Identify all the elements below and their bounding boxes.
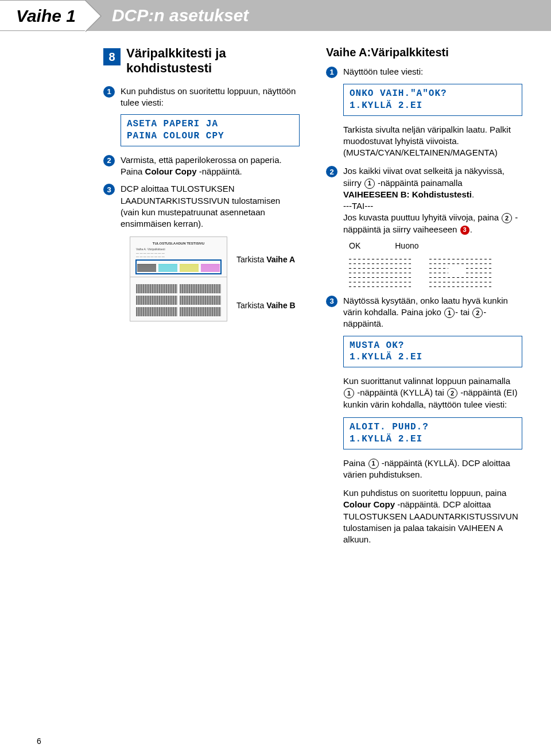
page-header: Vaihe 1 DCP:n asetukset bbox=[0, 0, 551, 31]
sheet-highlight-a bbox=[136, 260, 221, 274]
gray-block bbox=[136, 296, 177, 305]
lcd-display-r3: ALOIT. PUHD.? 1.KYLLÄ 2.EI bbox=[343, 417, 522, 449]
circle-1-icon: 1 bbox=[103, 86, 115, 98]
gray-block bbox=[136, 284, 177, 293]
text: Paina bbox=[121, 166, 145, 176]
step-3-ref-icon: 3 bbox=[460, 226, 469, 235]
circle-3-icon: 3 bbox=[103, 184, 115, 195]
sheet-title: TULOSTUSLAADUN TESTISIVU bbox=[136, 242, 221, 245]
ok-huono-labels: OK Huono bbox=[349, 241, 522, 250]
text: -näppäintä painamalla bbox=[375, 178, 463, 188]
page-title: DCP:n asetukset bbox=[86, 0, 551, 31]
lcd-display-r2: MUSTA OK? 1.KYLLÄ 2.EI bbox=[343, 336, 522, 368]
text: Tarkista bbox=[236, 255, 266, 264]
left-step-2-text: Varmista, että paperilokerossa on paperi… bbox=[121, 154, 300, 178]
gray-block bbox=[180, 296, 221, 305]
stripe-magenta bbox=[201, 263, 220, 272]
right-para-4: Kun puhdistus on suoritettu loppuun, pai… bbox=[343, 487, 522, 545]
text: Jos kuvasta puuttuu lyhyitä viivoja, pai… bbox=[343, 212, 501, 222]
gray-block bbox=[136, 307, 177, 316]
left-step-1: 1 Kun puhdistus on suoritettu loppuun, n… bbox=[103, 86, 300, 109]
key-colour-copy: Colour Copy bbox=[145, 166, 197, 176]
page-number: 6 bbox=[37, 736, 41, 746]
check-b-label: Vaihe B bbox=[266, 301, 296, 310]
test-sheet-top: TULOSTUSLAADUN TESTISIVU Vaihe A: Väripa… bbox=[130, 237, 227, 279]
key-1-icon: 1 bbox=[344, 388, 354, 398]
left-step-3: 3 DCP aloittaa TULOSTUKSEN LAADUNTARKIST… bbox=[103, 183, 300, 230]
section-8-head: 8 Väripalkkitesti ja kohdistustesti bbox=[103, 46, 300, 76]
circle-2-icon: 2 bbox=[326, 166, 337, 177]
stripe-yellow bbox=[180, 263, 199, 272]
key-colour-copy: Colour Copy bbox=[343, 499, 395, 509]
left-column: 8 Väripalkkitesti ja kohdistustesti 1 Ku… bbox=[103, 46, 300, 552]
stripe-black bbox=[137, 263, 156, 272]
circle-1-icon: 1 bbox=[326, 67, 337, 78]
check-a-row: Tarkista Vaihe A bbox=[233, 255, 300, 264]
text: -näppäintä. bbox=[197, 166, 242, 176]
circle-3-icon: 3 bbox=[326, 296, 337, 307]
right-step-2: 2 Jos kaikki viivat ovat selkeitä ja näk… bbox=[326, 165, 522, 235]
test-sheet-diagram: TULOSTUSLAADUN TESTISIVU Vaihe A: Väripa… bbox=[130, 237, 300, 310]
text: Varmista, että paperilokerossa on paperi… bbox=[121, 155, 282, 165]
huono-label: Huono bbox=[395, 241, 418, 250]
text: -näppäintä (KYLLÄ). DCP aloittaa värien … bbox=[343, 458, 510, 479]
test-sheet-bottom bbox=[130, 277, 227, 321]
left-step-2: 2 Varmista, että paperilokerossa on pape… bbox=[103, 154, 300, 178]
gray-block bbox=[180, 307, 221, 316]
right-step-1-text: Näyttöön tulee viesti: bbox=[343, 66, 522, 78]
right-para-2: Kun suorittanut valinnat loppuun painama… bbox=[343, 375, 522, 410]
right-column: Vaihe A:Väripalkkitesti 1 Näyttöön tulee… bbox=[326, 46, 522, 552]
page: Vaihe 1 DCP:n asetukset 8 Väripalkkitest… bbox=[0, 0, 551, 756]
sample-ok bbox=[349, 257, 412, 287]
key-1-icon: 1 bbox=[368, 459, 379, 469]
tai-separator: ---TAI--- bbox=[343, 201, 373, 211]
sample-bad bbox=[429, 257, 492, 287]
vaihe-a-title: Vaihe A:Väripalkkitesti bbox=[326, 46, 522, 59]
section-number-8: 8 bbox=[103, 48, 121, 65]
right-step-2-text: Jos kaikki viivat ovat selkeitä ja näkyv… bbox=[343, 165, 522, 235]
vaiheeseen-b: VAIHEESEEN B: Kohdistustesti bbox=[343, 189, 472, 199]
lcd-display-r1: ONKO VAIH."A"OK? 1.KYLLÄ 2.EI bbox=[343, 84, 522, 116]
ok-label: OK bbox=[349, 241, 360, 250]
right-step-3: 3 Näytössä kysytään, onko laatu hyvä kun… bbox=[326, 295, 522, 330]
right-para-3: Paina 1 -näppäintä (KYLLÄ). DCP aloittaa… bbox=[343, 458, 522, 481]
key-2-icon: 2 bbox=[502, 213, 512, 223]
text: Paina bbox=[343, 458, 368, 468]
right-step-3-text: Näytössä kysytään, onko laatu hyvä kunki… bbox=[343, 295, 522, 330]
left-step-3-text: DCP aloittaa TULOSTUKSEN LAADUNTARKISTUS… bbox=[121, 183, 300, 230]
circle-2-icon: 2 bbox=[103, 155, 115, 166]
text: -näppäintä (KYLLÄ) tai bbox=[355, 387, 447, 397]
left-step-1-text: Kun puhdistus on suoritettu loppuun, näy… bbox=[121, 86, 300, 109]
text: Kun suorittanut valinnat loppuun painama… bbox=[343, 376, 510, 386]
check-a-label: Vaihe A bbox=[266, 255, 295, 264]
text: - tai bbox=[455, 307, 472, 317]
key-2-icon: 2 bbox=[472, 308, 483, 318]
text: Kun puhdistus on suoritettu loppuun, pai… bbox=[343, 488, 506, 498]
gray-block bbox=[180, 284, 221, 293]
right-step-1: 1 Näyttöön tulee viesti: bbox=[326, 66, 522, 78]
content: 8 Väripalkkitesti ja kohdistustesti 1 Ku… bbox=[0, 31, 551, 552]
stripe-cyan bbox=[158, 263, 177, 272]
check-b-row: Tarkista Vaihe B bbox=[233, 301, 300, 310]
key-2-icon: 2 bbox=[447, 388, 457, 398]
lcd-display-1: ASETA PAPERI JA PAINA COLOUR CPY bbox=[121, 114, 300, 146]
quality-samples bbox=[349, 256, 522, 287]
key-1-icon: 1 bbox=[364, 179, 375, 189]
key-1-icon: 1 bbox=[444, 308, 455, 318]
step-badge: Vaihe 1 bbox=[0, 0, 86, 31]
text: Tarkista bbox=[236, 301, 266, 310]
section-8-title: Väripalkkitesti ja kohdistustesti bbox=[126, 46, 300, 76]
right-para-1: Tarkista sivulta neljän väripalkin laatu… bbox=[343, 124, 522, 159]
